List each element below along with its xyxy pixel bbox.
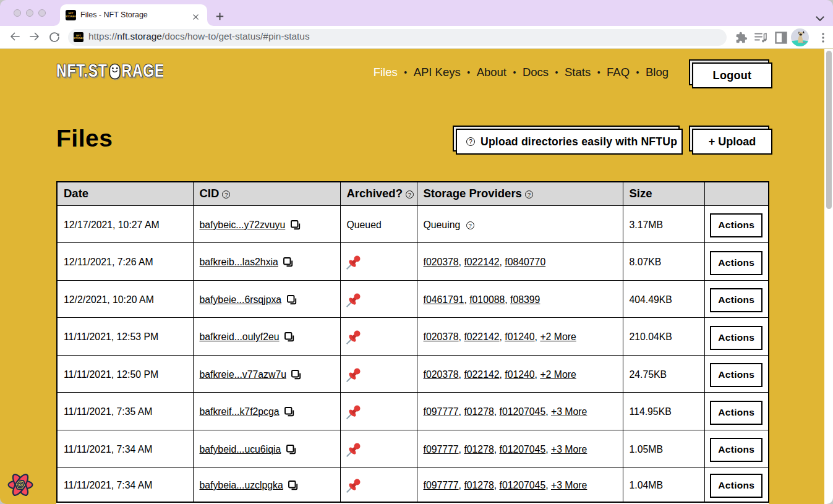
svg-text:RAGE: RAGE	[122, 62, 164, 81]
svg-text:NFT.ST: NFT.ST	[56, 62, 108, 81]
